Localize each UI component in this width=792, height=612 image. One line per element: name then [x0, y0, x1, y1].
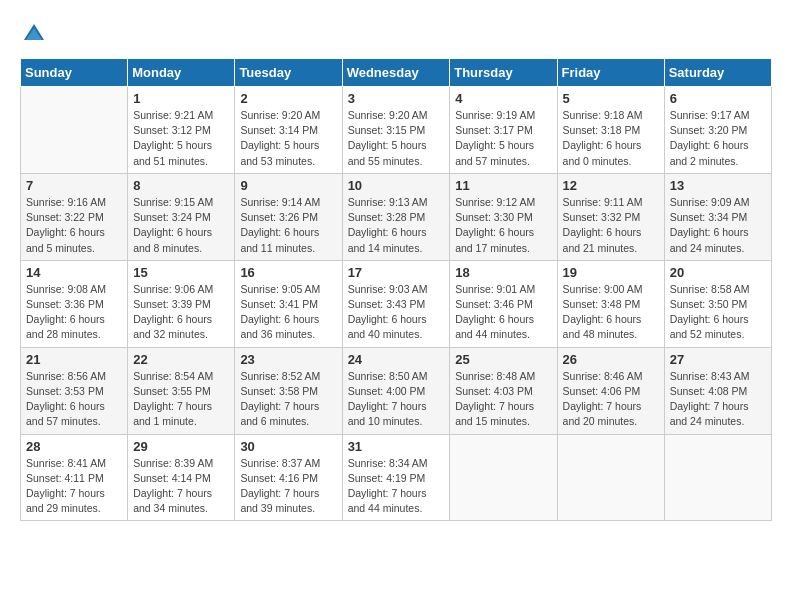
calendar-cell: 11Sunrise: 9:12 AM Sunset: 3:30 PM Dayli…: [450, 173, 557, 260]
day-info: Sunrise: 8:50 AM Sunset: 4:00 PM Dayligh…: [348, 369, 445, 430]
day-info: Sunrise: 8:56 AM Sunset: 3:53 PM Dayligh…: [26, 369, 122, 430]
day-number: 25: [455, 352, 551, 367]
weekday-header-friday: Friday: [557, 59, 664, 87]
weekday-header-wednesday: Wednesday: [342, 59, 450, 87]
day-number: 22: [133, 352, 229, 367]
weekday-header-row: SundayMondayTuesdayWednesdayThursdayFrid…: [21, 59, 772, 87]
day-info: Sunrise: 9:13 AM Sunset: 3:28 PM Dayligh…: [348, 195, 445, 256]
day-number: 15: [133, 265, 229, 280]
day-info: Sunrise: 9:00 AM Sunset: 3:48 PM Dayligh…: [563, 282, 659, 343]
week-row-2: 7Sunrise: 9:16 AM Sunset: 3:22 PM Daylig…: [21, 173, 772, 260]
calendar-cell: 30Sunrise: 8:37 AM Sunset: 4:16 PM Dayli…: [235, 434, 342, 521]
day-number: 17: [348, 265, 445, 280]
week-row-4: 21Sunrise: 8:56 AM Sunset: 3:53 PM Dayli…: [21, 347, 772, 434]
day-number: 2: [240, 91, 336, 106]
day-number: 6: [670, 91, 766, 106]
day-number: 27: [670, 352, 766, 367]
day-number: 9: [240, 178, 336, 193]
day-info: Sunrise: 9:14 AM Sunset: 3:26 PM Dayligh…: [240, 195, 336, 256]
calendar-cell: [450, 434, 557, 521]
day-info: Sunrise: 8:37 AM Sunset: 4:16 PM Dayligh…: [240, 456, 336, 517]
calendar-cell: 6Sunrise: 9:17 AM Sunset: 3:20 PM Daylig…: [664, 87, 771, 174]
week-row-1: 1Sunrise: 9:21 AM Sunset: 3:12 PM Daylig…: [21, 87, 772, 174]
day-number: 11: [455, 178, 551, 193]
day-info: Sunrise: 8:34 AM Sunset: 4:19 PM Dayligh…: [348, 456, 445, 517]
calendar-cell: 19Sunrise: 9:00 AM Sunset: 3:48 PM Dayli…: [557, 260, 664, 347]
day-info: Sunrise: 9:11 AM Sunset: 3:32 PM Dayligh…: [563, 195, 659, 256]
calendar-cell: 10Sunrise: 9:13 AM Sunset: 3:28 PM Dayli…: [342, 173, 450, 260]
calendar-cell: 20Sunrise: 8:58 AM Sunset: 3:50 PM Dayli…: [664, 260, 771, 347]
day-number: 30: [240, 439, 336, 454]
day-number: 21: [26, 352, 122, 367]
weekday-header-monday: Monday: [128, 59, 235, 87]
day-info: Sunrise: 9:16 AM Sunset: 3:22 PM Dayligh…: [26, 195, 122, 256]
day-number: 12: [563, 178, 659, 193]
day-info: Sunrise: 9:03 AM Sunset: 3:43 PM Dayligh…: [348, 282, 445, 343]
day-number: 14: [26, 265, 122, 280]
day-info: Sunrise: 8:43 AM Sunset: 4:08 PM Dayligh…: [670, 369, 766, 430]
day-number: 28: [26, 439, 122, 454]
day-info: Sunrise: 9:08 AM Sunset: 3:36 PM Dayligh…: [26, 282, 122, 343]
calendar-cell: 2Sunrise: 9:20 AM Sunset: 3:14 PM Daylig…: [235, 87, 342, 174]
calendar-cell: 29Sunrise: 8:39 AM Sunset: 4:14 PM Dayli…: [128, 434, 235, 521]
day-number: 24: [348, 352, 445, 367]
day-info: Sunrise: 8:58 AM Sunset: 3:50 PM Dayligh…: [670, 282, 766, 343]
day-info: Sunrise: 9:12 AM Sunset: 3:30 PM Dayligh…: [455, 195, 551, 256]
day-number: 23: [240, 352, 336, 367]
calendar-cell: 5Sunrise: 9:18 AM Sunset: 3:18 PM Daylig…: [557, 87, 664, 174]
calendar-cell: 8Sunrise: 9:15 AM Sunset: 3:24 PM Daylig…: [128, 173, 235, 260]
day-info: Sunrise: 8:52 AM Sunset: 3:58 PM Dayligh…: [240, 369, 336, 430]
day-number: 4: [455, 91, 551, 106]
day-info: Sunrise: 9:17 AM Sunset: 3:20 PM Dayligh…: [670, 108, 766, 169]
calendar-cell: 16Sunrise: 9:05 AM Sunset: 3:41 PM Dayli…: [235, 260, 342, 347]
weekday-header-thursday: Thursday: [450, 59, 557, 87]
day-info: Sunrise: 9:09 AM Sunset: 3:34 PM Dayligh…: [670, 195, 766, 256]
day-number: 16: [240, 265, 336, 280]
day-info: Sunrise: 8:41 AM Sunset: 4:11 PM Dayligh…: [26, 456, 122, 517]
day-number: 5: [563, 91, 659, 106]
calendar-cell: 14Sunrise: 9:08 AM Sunset: 3:36 PM Dayli…: [21, 260, 128, 347]
day-info: Sunrise: 8:48 AM Sunset: 4:03 PM Dayligh…: [455, 369, 551, 430]
calendar-cell: 7Sunrise: 9:16 AM Sunset: 3:22 PM Daylig…: [21, 173, 128, 260]
day-info: Sunrise: 8:39 AM Sunset: 4:14 PM Dayligh…: [133, 456, 229, 517]
day-number: 3: [348, 91, 445, 106]
day-number: 26: [563, 352, 659, 367]
day-info: Sunrise: 9:20 AM Sunset: 3:14 PM Dayligh…: [240, 108, 336, 169]
calendar-cell: 4Sunrise: 9:19 AM Sunset: 3:17 PM Daylig…: [450, 87, 557, 174]
calendar-cell: [664, 434, 771, 521]
calendar-cell: 15Sunrise: 9:06 AM Sunset: 3:39 PM Dayli…: [128, 260, 235, 347]
day-number: 31: [348, 439, 445, 454]
calendar-cell: 17Sunrise: 9:03 AM Sunset: 3:43 PM Dayli…: [342, 260, 450, 347]
calendar-cell: 27Sunrise: 8:43 AM Sunset: 4:08 PM Dayli…: [664, 347, 771, 434]
day-info: Sunrise: 9:21 AM Sunset: 3:12 PM Dayligh…: [133, 108, 229, 169]
day-info: Sunrise: 9:20 AM Sunset: 3:15 PM Dayligh…: [348, 108, 445, 169]
calendar-cell: [557, 434, 664, 521]
calendar-cell: 22Sunrise: 8:54 AM Sunset: 3:55 PM Dayli…: [128, 347, 235, 434]
day-number: 10: [348, 178, 445, 193]
day-number: 19: [563, 265, 659, 280]
calendar-cell: 24Sunrise: 8:50 AM Sunset: 4:00 PM Dayli…: [342, 347, 450, 434]
calendar-cell: 3Sunrise: 9:20 AM Sunset: 3:15 PM Daylig…: [342, 87, 450, 174]
day-number: 13: [670, 178, 766, 193]
weekday-header-tuesday: Tuesday: [235, 59, 342, 87]
day-number: 7: [26, 178, 122, 193]
calendar-cell: 25Sunrise: 8:48 AM Sunset: 4:03 PM Dayli…: [450, 347, 557, 434]
calendar-cell: 28Sunrise: 8:41 AM Sunset: 4:11 PM Dayli…: [21, 434, 128, 521]
logo-icon: [20, 20, 48, 48]
day-info: Sunrise: 9:01 AM Sunset: 3:46 PM Dayligh…: [455, 282, 551, 343]
week-row-3: 14Sunrise: 9:08 AM Sunset: 3:36 PM Dayli…: [21, 260, 772, 347]
calendar-cell: 9Sunrise: 9:14 AM Sunset: 3:26 PM Daylig…: [235, 173, 342, 260]
day-info: Sunrise: 9:06 AM Sunset: 3:39 PM Dayligh…: [133, 282, 229, 343]
day-number: 20: [670, 265, 766, 280]
day-info: Sunrise: 9:05 AM Sunset: 3:41 PM Dayligh…: [240, 282, 336, 343]
day-info: Sunrise: 8:54 AM Sunset: 3:55 PM Dayligh…: [133, 369, 229, 430]
calendar-cell: 13Sunrise: 9:09 AM Sunset: 3:34 PM Dayli…: [664, 173, 771, 260]
calendar-cell: 18Sunrise: 9:01 AM Sunset: 3:46 PM Dayli…: [450, 260, 557, 347]
calendar-table: SundayMondayTuesdayWednesdayThursdayFrid…: [20, 58, 772, 521]
day-info: Sunrise: 8:46 AM Sunset: 4:06 PM Dayligh…: [563, 369, 659, 430]
calendar-cell: 23Sunrise: 8:52 AM Sunset: 3:58 PM Dayli…: [235, 347, 342, 434]
day-info: Sunrise: 9:19 AM Sunset: 3:17 PM Dayligh…: [455, 108, 551, 169]
day-number: 18: [455, 265, 551, 280]
calendar-cell: 26Sunrise: 8:46 AM Sunset: 4:06 PM Dayli…: [557, 347, 664, 434]
weekday-header-sunday: Sunday: [21, 59, 128, 87]
